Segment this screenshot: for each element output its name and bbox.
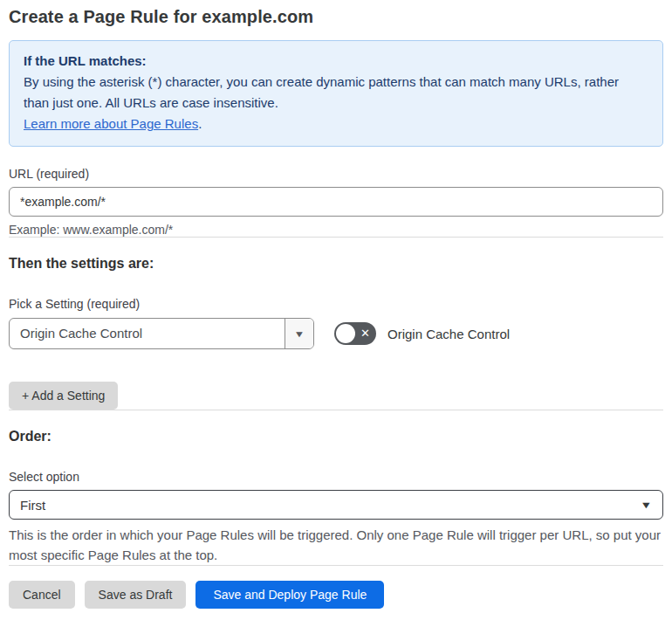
cancel-button[interactable]: Cancel bbox=[9, 581, 75, 609]
url-label: URL (required) bbox=[9, 167, 663, 181]
footer-actions: Cancel Save as Draft Save and Deploy Pag… bbox=[9, 581, 663, 609]
setting-select-value: Origin Cache Control bbox=[10, 319, 285, 348]
url-match-info-box: If the URL matches: By using the asteris… bbox=[9, 40, 663, 147]
url-input[interactable] bbox=[9, 187, 663, 217]
link-period: . bbox=[198, 116, 202, 131]
add-setting-button[interactable]: + Add a Setting bbox=[9, 382, 118, 410]
divider bbox=[9, 237, 663, 238]
info-box-link-line: Learn more about Page Rules. bbox=[24, 114, 648, 134]
setting-select-arrow-button[interactable]: ▼ bbox=[285, 319, 313, 348]
save-and-deploy-button[interactable]: Save and Deploy Page Rule bbox=[195, 581, 384, 609]
toggle-caption: Origin Cache Control bbox=[387, 327, 510, 341]
info-box-heading: If the URL matches: bbox=[24, 51, 648, 72]
url-example-text: Example: www.example.com/* bbox=[9, 223, 663, 237]
divider bbox=[9, 565, 663, 566]
learn-more-link[interactable]: Learn more about Page Rules bbox=[24, 116, 198, 131]
save-as-draft-button[interactable]: Save as Draft bbox=[85, 581, 187, 609]
setting-select[interactable]: Origin Cache Control ▼ bbox=[9, 318, 314, 349]
toggle-off-x-icon: ✕ bbox=[360, 322, 370, 345]
create-page-rule-form: Create a Page Rule for example.com If th… bbox=[0, 0, 672, 609]
divider bbox=[9, 410, 663, 410]
order-section-heading: Order: bbox=[9, 429, 663, 444]
chevron-down-icon: ▼ bbox=[294, 329, 305, 339]
order-help-text: This is the order in which your Page Rul… bbox=[9, 525, 663, 565]
settings-section-heading: Then the settings are: bbox=[9, 256, 663, 272]
order-select-value: First bbox=[10, 498, 641, 513]
setting-row: Origin Cache Control ▼ ✕ Origin Cache Co… bbox=[9, 318, 663, 349]
order-select-label: Select option bbox=[9, 470, 663, 484]
info-box-body: By using the asterisk (*) character, you… bbox=[24, 72, 634, 114]
order-select[interactable]: First ▼ bbox=[9, 490, 663, 520]
page-title: Create a Page Rule for example.com bbox=[9, 7, 663, 27]
pick-setting-label: Pick a Setting (required) bbox=[9, 297, 663, 311]
chevron-down-icon: ▼ bbox=[640, 499, 652, 510]
origin-cache-control-toggle[interactable]: ✕ bbox=[334, 322, 376, 345]
toggle-knob bbox=[336, 324, 355, 343]
